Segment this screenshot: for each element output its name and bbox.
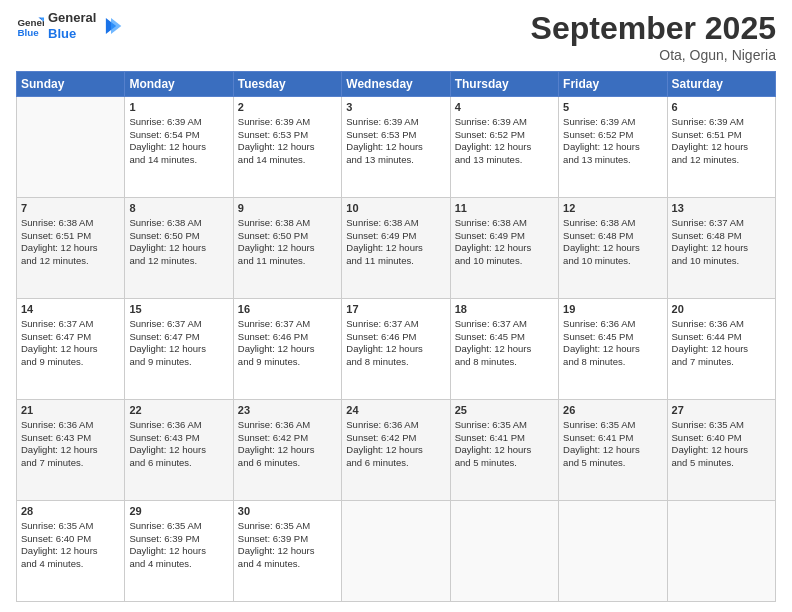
day-info: Sunrise: 6:38 AM — [563, 217, 662, 230]
day-info: Sunset: 6:41 PM — [563, 432, 662, 445]
day-info: and 8 minutes. — [563, 356, 662, 369]
day-info: Sunset: 6:43 PM — [129, 432, 228, 445]
day-info: Sunrise: 6:37 AM — [672, 217, 771, 230]
day-info: and 13 minutes. — [563, 154, 662, 167]
col-header-friday: Friday — [559, 72, 667, 97]
day-info: and 5 minutes. — [672, 457, 771, 470]
calendar-cell: 18Sunrise: 6:37 AMSunset: 6:45 PMDayligh… — [450, 299, 558, 400]
day-info: Sunset: 6:45 PM — [563, 331, 662, 344]
day-info: Sunrise: 6:37 AM — [129, 318, 228, 331]
logo-arrow-icon — [100, 15, 122, 37]
day-info: Sunset: 6:47 PM — [21, 331, 120, 344]
day-info: Daylight: 12 hours — [455, 141, 554, 154]
day-number: 23 — [238, 403, 337, 418]
day-number: 26 — [563, 403, 662, 418]
day-info: Daylight: 12 hours — [563, 343, 662, 356]
day-info: Sunrise: 6:37 AM — [346, 318, 445, 331]
day-info: Daylight: 12 hours — [21, 545, 120, 558]
day-info: Sunset: 6:53 PM — [238, 129, 337, 142]
calendar-cell — [17, 97, 125, 198]
col-header-wednesday: Wednesday — [342, 72, 450, 97]
day-info: Sunset: 6:43 PM — [21, 432, 120, 445]
day-info: Sunset: 6:46 PM — [238, 331, 337, 344]
day-number: 15 — [129, 302, 228, 317]
col-header-saturday: Saturday — [667, 72, 775, 97]
calendar-cell: 4Sunrise: 6:39 AMSunset: 6:52 PMDaylight… — [450, 97, 558, 198]
day-info: and 13 minutes. — [346, 154, 445, 167]
day-info: Sunrise: 6:39 AM — [129, 116, 228, 129]
day-info: Sunrise: 6:35 AM — [455, 419, 554, 432]
day-info: Daylight: 12 hours — [238, 242, 337, 255]
day-info: and 8 minutes. — [455, 356, 554, 369]
day-info: Sunrise: 6:39 AM — [672, 116, 771, 129]
calendar-cell: 3Sunrise: 6:39 AMSunset: 6:53 PMDaylight… — [342, 97, 450, 198]
day-info: and 7 minutes. — [672, 356, 771, 369]
day-number: 29 — [129, 504, 228, 519]
day-info: Sunset: 6:47 PM — [129, 331, 228, 344]
day-info: Sunrise: 6:39 AM — [346, 116, 445, 129]
day-number: 12 — [563, 201, 662, 216]
day-info: Sunset: 6:40 PM — [672, 432, 771, 445]
day-info: Sunset: 6:39 PM — [129, 533, 228, 546]
location: Ota, Ogun, Nigeria — [531, 47, 776, 63]
title-section: September 2025 Ota, Ogun, Nigeria — [531, 10, 776, 63]
calendar-cell: 26Sunrise: 6:35 AMSunset: 6:41 PMDayligh… — [559, 400, 667, 501]
calendar-cell: 9Sunrise: 6:38 AMSunset: 6:50 PMDaylight… — [233, 198, 341, 299]
day-info: Daylight: 12 hours — [563, 242, 662, 255]
day-number: 9 — [238, 201, 337, 216]
day-number: 8 — [129, 201, 228, 216]
day-info: and 12 minutes. — [21, 255, 120, 268]
day-info: Sunset: 6:42 PM — [238, 432, 337, 445]
calendar-cell: 15Sunrise: 6:37 AMSunset: 6:47 PMDayligh… — [125, 299, 233, 400]
day-info: and 7 minutes. — [21, 457, 120, 470]
day-number: 21 — [21, 403, 120, 418]
day-number: 10 — [346, 201, 445, 216]
day-info: and 11 minutes. — [238, 255, 337, 268]
day-number: 24 — [346, 403, 445, 418]
page: General Blue General Blue September 2025… — [0, 0, 792, 612]
day-info: Sunrise: 6:39 AM — [238, 116, 337, 129]
svg-text:Blue: Blue — [17, 26, 39, 37]
day-number: 6 — [672, 100, 771, 115]
day-info: Sunset: 6:45 PM — [455, 331, 554, 344]
week-row-5: 28Sunrise: 6:35 AMSunset: 6:40 PMDayligh… — [17, 501, 776, 602]
day-info: Daylight: 12 hours — [672, 444, 771, 457]
day-info: Sunset: 6:42 PM — [346, 432, 445, 445]
calendar-cell: 27Sunrise: 6:35 AMSunset: 6:40 PMDayligh… — [667, 400, 775, 501]
day-info: Daylight: 12 hours — [129, 545, 228, 558]
calendar-cell: 14Sunrise: 6:37 AMSunset: 6:47 PMDayligh… — [17, 299, 125, 400]
day-info: Sunset: 6:48 PM — [672, 230, 771, 243]
calendar-cell: 13Sunrise: 6:37 AMSunset: 6:48 PMDayligh… — [667, 198, 775, 299]
day-info: Daylight: 12 hours — [21, 444, 120, 457]
calendar-cell: 2Sunrise: 6:39 AMSunset: 6:53 PMDaylight… — [233, 97, 341, 198]
day-number: 20 — [672, 302, 771, 317]
week-row-4: 21Sunrise: 6:36 AMSunset: 6:43 PMDayligh… — [17, 400, 776, 501]
calendar-cell: 11Sunrise: 6:38 AMSunset: 6:49 PMDayligh… — [450, 198, 558, 299]
day-number: 22 — [129, 403, 228, 418]
day-info: Daylight: 12 hours — [455, 242, 554, 255]
day-number: 16 — [238, 302, 337, 317]
day-info: Daylight: 12 hours — [672, 242, 771, 255]
day-info: Sunset: 6:53 PM — [346, 129, 445, 142]
day-info: Sunrise: 6:39 AM — [563, 116, 662, 129]
day-info: Sunset: 6:44 PM — [672, 331, 771, 344]
day-number: 4 — [455, 100, 554, 115]
day-info: Daylight: 12 hours — [129, 444, 228, 457]
day-info: Daylight: 12 hours — [455, 343, 554, 356]
day-info: and 12 minutes. — [672, 154, 771, 167]
calendar-cell — [450, 501, 558, 602]
day-info: and 6 minutes. — [238, 457, 337, 470]
svg-marker-5 — [111, 18, 121, 34]
day-number: 14 — [21, 302, 120, 317]
day-info: Sunset: 6:49 PM — [346, 230, 445, 243]
day-info: Daylight: 12 hours — [563, 444, 662, 457]
day-info: Sunrise: 6:35 AM — [129, 520, 228, 533]
day-info: Sunrise: 6:37 AM — [455, 318, 554, 331]
col-header-sunday: Sunday — [17, 72, 125, 97]
day-info: Sunrise: 6:39 AM — [455, 116, 554, 129]
day-info: and 6 minutes. — [346, 457, 445, 470]
day-info: Daylight: 12 hours — [129, 242, 228, 255]
day-number: 27 — [672, 403, 771, 418]
day-number: 28 — [21, 504, 120, 519]
month-title: September 2025 — [531, 10, 776, 47]
